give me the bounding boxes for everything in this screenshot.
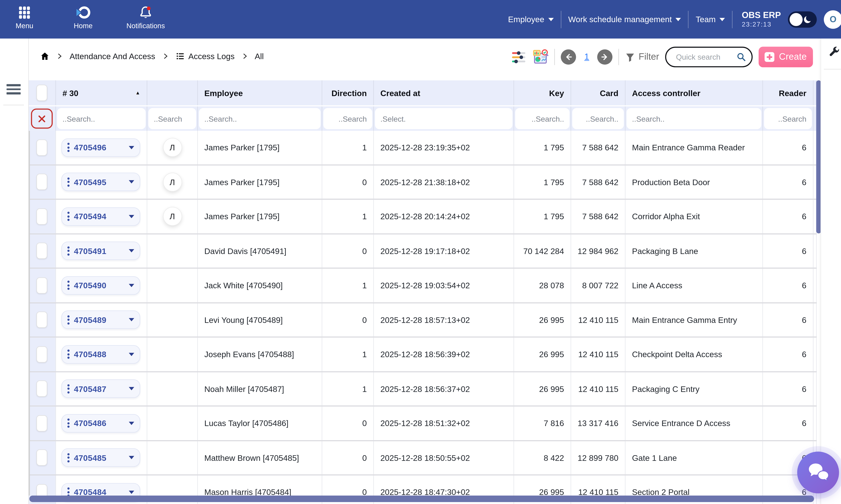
breadcrumb-all[interactable]: All [255,52,264,61]
direction-search-input[interactable] [323,108,372,129]
access-controller-cell: Main Entrance Gamma Entry [625,303,763,337]
kebab-menu-icon [67,281,70,290]
column-settings-button[interactable] [512,50,526,64]
employee-avatar[interactable]: Л [163,173,181,191]
employee-search-input[interactable] [199,108,321,129]
row-checkbox[interactable] [36,450,47,466]
row-checkbox[interactable] [36,243,47,259]
key-cell: 70 142 284 [514,234,571,268]
column-header-key[interactable]: Key [514,80,571,105]
table-row[interactable]: 4705494 Л James Parker [1795] 1 2025-12-… [28,200,817,234]
created-at-cell: 2025-12-28 19:17:18+02 [374,234,514,268]
row-id-button[interactable]: 4705486 [62,414,140,432]
sort-ascending-icon[interactable]: ▲ [135,90,140,95]
nav-menu-work-schedule[interactable]: Work schedule management [568,15,681,24]
table-row[interactable]: 4705486 Lucas Taylor [4705486] 0 2025-12… [28,407,817,441]
avatar-search-input[interactable] [148,108,196,129]
arrow-right-icon [601,53,610,61]
row-checkbox[interactable] [36,415,47,431]
created-at-cell: 2025-12-28 18:57:13+02 [374,303,514,337]
row-id-button[interactable]: 4705494 [62,207,140,226]
create-button[interactable]: Create [759,47,813,67]
row-id-button[interactable]: 4705489 [62,311,140,329]
chevron-down-icon [129,387,134,390]
filter-button[interactable]: Filter [625,52,659,62]
table-row[interactable]: 4705496 Л James Parker [1795] 1 2025-12-… [28,131,817,165]
row-id-button[interactable]: 4705496 [62,138,140,157]
menu-button[interactable]: Menu [12,5,37,30]
card-search-input[interactable] [572,108,624,129]
employee-avatar[interactable]: Л [163,139,181,157]
access-controller-search-input[interactable] [627,108,761,129]
filter-cell-employee [198,106,322,131]
row-id-button[interactable]: 4705490 [62,276,140,295]
row-checkbox[interactable] [36,277,47,293]
table-row[interactable]: 4705495 Л James Parker [1795] 0 2025-12-… [28,165,817,200]
dark-mode-toggle[interactable] [788,11,817,28]
breadcrumb-home[interactable] [40,52,49,61]
table-row[interactable]: 4705490 Jack White [4705490] 1 2025-12-2… [28,269,817,303]
current-page-number[interactable]: 1 [582,52,591,62]
row-checkbox[interactable] [36,174,47,190]
select-all-checkbox[interactable] [36,85,47,101]
plus-icon [765,52,775,62]
breadcrumb-attendance-and-access[interactable]: Attendance And Access [70,52,155,61]
chat-button[interactable] [797,452,839,493]
column-header-employee[interactable]: Employee [198,80,322,105]
row-checkbox[interactable] [36,346,47,362]
next-page-button[interactable] [597,49,613,65]
vertical-scrollbar-thumb[interactable] [816,80,821,233]
column-header-id[interactable]: # 30 ▲ [56,80,147,105]
column-header-direction[interactable]: Direction [322,80,374,105]
column-header-reader[interactable]: Reader [763,80,813,105]
card-cell: 8 007 722 [571,269,625,302]
row-checkbox[interactable] [36,140,47,156]
column-header-card[interactable]: Card [571,80,625,105]
top-navbar: Menu Home Notifications [0,0,841,38]
breadcrumb: Attendance And Access Access Logs All [40,52,264,61]
table-row[interactable]: 4705485 Matthew Brown [4705485] 0 2025-1… [28,441,817,475]
column-header-created-at[interactable]: Created at [374,80,514,105]
table-row[interactable]: 4705487 Noah Miller [4705487] 1 2025-12-… [28,372,817,407]
row-checkbox[interactable] [36,381,47,397]
id-search-input[interactable] [57,108,145,129]
clear-filters-button[interactable] [31,109,53,129]
user-avatar[interactable]: O [824,10,841,29]
table-filter-row [28,106,817,131]
home-button[interactable]: Home [69,5,97,30]
sliders-icon [512,50,526,64]
key-search-input[interactable] [515,108,569,129]
employee-avatar[interactable]: Л [163,208,181,226]
row-checkbox[interactable] [36,208,47,224]
row-id-button[interactable]: 4705487 [62,379,140,398]
created-at-select[interactable] [375,108,512,129]
breadcrumb-access-logs[interactable]: Access Logs [175,52,235,61]
report-dashboard-button[interactable] [532,49,549,65]
table-row[interactable]: 4705488 Joseph Evans [4705488] 1 2025-12… [28,338,817,372]
reader-search-input[interactable] [764,108,812,129]
nav-menu-employee[interactable]: Employee [508,15,553,24]
nav-menu-team[interactable]: Team [696,15,725,24]
kebab-menu-icon [67,384,70,394]
created-at-cell: 2025-12-28 18:56:39+02 [374,338,514,371]
quick-search-input[interactable] [675,52,736,62]
previous-page-button[interactable] [561,49,576,65]
row-checkbox[interactable] [36,312,47,328]
wrench-icon[interactable] [827,46,840,61]
column-header-access-controller[interactable]: Access controller [625,80,763,105]
card-cell: 12 410 115 [571,338,625,371]
search-icon[interactable] [736,51,746,63]
row-id-button[interactable]: 4705488 [62,345,140,363]
sidebar-hamburger-button[interactable] [6,84,21,96]
row-id-button[interactable]: 4705485 [62,448,140,467]
row-id-button[interactable]: 4705491 [62,242,140,260]
row-id-button[interactable]: 4705495 [62,173,140,191]
table-row[interactable]: 4705491 David Davis [4705491] 0 2025-12-… [28,234,817,269]
notifications-button[interactable]: Notifications [121,5,171,30]
left-sidebar [0,38,29,504]
chevron-down-icon [129,318,134,321]
table-row[interactable]: 4705489 Levi Young [4705489] 0 2025-12-2… [28,303,817,338]
row-avatar-cell [147,441,198,474]
horizontal-scrollbar-thumb[interactable] [29,496,814,502]
chevron-down-icon [129,422,134,425]
